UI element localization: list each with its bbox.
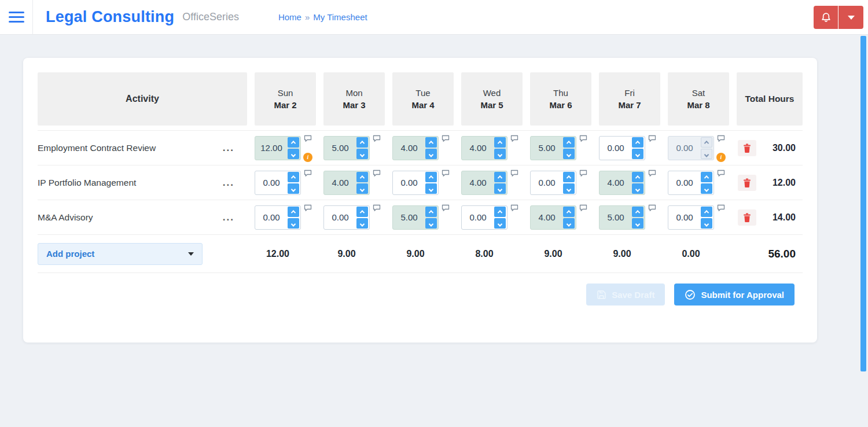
increment-button[interactable] bbox=[288, 172, 299, 182]
decrement-button[interactable] bbox=[425, 149, 437, 159]
increment-button[interactable] bbox=[425, 137, 437, 148]
hours-input[interactable]: 5.00 bbox=[323, 136, 370, 160]
hamburger-menu-button[interactable] bbox=[0, 0, 33, 35]
account-dropdown-button[interactable] bbox=[838, 6, 863, 29]
hours-input[interactable]: 5.00 bbox=[599, 205, 645, 230]
increment-button[interactable] bbox=[356, 172, 368, 182]
increment-button[interactable] bbox=[494, 137, 506, 148]
comment-icon[interactable] bbox=[304, 204, 312, 212]
comment-icon[interactable] bbox=[717, 135, 725, 142]
comment-icon[interactable] bbox=[648, 204, 656, 212]
hours-input[interactable]: 4.00 bbox=[461, 136, 507, 160]
hours-input[interactable]: 0.00 bbox=[668, 136, 714, 160]
increment-button[interactable] bbox=[494, 172, 506, 182]
delete-row-button[interactable] bbox=[738, 140, 756, 156]
delete-row-button[interactable] bbox=[738, 209, 756, 226]
increment-button[interactable] bbox=[701, 172, 712, 182]
comment-icon[interactable] bbox=[442, 135, 450, 142]
comment-icon[interactable] bbox=[304, 135, 312, 142]
row-menu-button[interactable]: ... bbox=[220, 178, 237, 188]
vertical-scrollbar[interactable] bbox=[860, 36, 866, 371]
notifications-button[interactable] bbox=[814, 6, 838, 29]
decrement-button[interactable] bbox=[563, 218, 575, 229]
comment-icon[interactable] bbox=[442, 204, 450, 212]
comment-icon[interactable] bbox=[373, 204, 381, 212]
breadcrumb-home-link[interactable]: Home bbox=[278, 12, 301, 22]
decrement-button[interactable] bbox=[632, 183, 643, 194]
decrement-button[interactable] bbox=[288, 149, 299, 159]
increment-button[interactable] bbox=[563, 137, 575, 148]
hours-input[interactable]: 4.00 bbox=[599, 171, 645, 195]
increment-button[interactable] bbox=[356, 207, 368, 217]
trash-icon bbox=[743, 143, 751, 153]
increment-button[interactable] bbox=[356, 137, 368, 148]
hours-input[interactable]: 0.00 bbox=[255, 171, 301, 195]
hours-input[interactable]: 0.00 bbox=[461, 205, 507, 230]
hours-input[interactable]: 0.00 bbox=[668, 171, 714, 195]
increment-button[interactable] bbox=[494, 207, 506, 217]
decrement-button[interactable] bbox=[563, 149, 575, 159]
comment-icon[interactable] bbox=[648, 170, 656, 177]
decrement-button[interactable] bbox=[632, 149, 643, 159]
decrement-button[interactable] bbox=[563, 183, 575, 194]
comment-icon[interactable] bbox=[510, 135, 518, 142]
hours-input[interactable]: 0.00 bbox=[599, 136, 645, 160]
decrement-button[interactable] bbox=[288, 218, 299, 229]
save-draft-button[interactable]: Save Draft bbox=[586, 284, 665, 305]
increment-button[interactable] bbox=[701, 207, 712, 217]
increment-button[interactable] bbox=[288, 137, 299, 148]
increment-button[interactable] bbox=[425, 207, 437, 217]
increment-button[interactable] bbox=[632, 137, 643, 148]
decrement-button[interactable] bbox=[494, 183, 506, 194]
comment-icon[interactable] bbox=[510, 170, 518, 177]
decrement-button[interactable] bbox=[356, 218, 368, 229]
decrement-button[interactable] bbox=[701, 149, 712, 159]
decrement-button[interactable] bbox=[701, 183, 712, 194]
spinner-buttons bbox=[494, 172, 506, 194]
submit-for-approval-button[interactable]: Submit for Approval bbox=[674, 284, 795, 305]
increment-button[interactable] bbox=[701, 137, 712, 148]
increment-button[interactable] bbox=[425, 172, 437, 182]
hours-input[interactable]: 5.00 bbox=[392, 205, 439, 230]
decrement-button[interactable] bbox=[632, 218, 643, 229]
increment-button[interactable] bbox=[563, 172, 575, 182]
hours-input[interactable]: 0.00 bbox=[392, 171, 439, 195]
row-menu-button[interactable]: ... bbox=[220, 212, 237, 223]
hours-input[interactable]: 0.00 bbox=[323, 205, 370, 230]
decrement-button[interactable] bbox=[356, 183, 368, 194]
comment-icon[interactable] bbox=[304, 170, 312, 177]
comment-icon[interactable] bbox=[579, 204, 587, 212]
row-menu-button[interactable]: ... bbox=[220, 143, 237, 153]
comment-icon[interactable] bbox=[442, 170, 450, 177]
comment-icon[interactable] bbox=[648, 135, 656, 142]
increment-button[interactable] bbox=[563, 207, 575, 217]
hours-input[interactable]: 0.00 bbox=[530, 171, 576, 195]
decrement-button[interactable] bbox=[425, 183, 437, 194]
comment-icon[interactable] bbox=[717, 170, 725, 177]
hours-input[interactable]: 0.00 bbox=[668, 205, 714, 230]
comment-icon[interactable] bbox=[579, 135, 587, 142]
hours-input[interactable]: 4.00 bbox=[461, 171, 507, 195]
increment-button[interactable] bbox=[632, 172, 643, 182]
decrement-button[interactable] bbox=[494, 149, 506, 159]
decrement-button[interactable] bbox=[494, 218, 506, 229]
comment-icon[interactable] bbox=[717, 204, 725, 212]
comment-icon[interactable] bbox=[579, 170, 587, 177]
increment-button[interactable] bbox=[288, 207, 299, 217]
increment-button[interactable] bbox=[632, 207, 643, 217]
hours-input[interactable]: 4.00 bbox=[392, 136, 439, 160]
comment-icon[interactable] bbox=[510, 204, 518, 212]
hours-input[interactable]: 4.00 bbox=[323, 171, 370, 195]
decrement-button[interactable] bbox=[701, 218, 712, 229]
delete-row-button[interactable] bbox=[738, 175, 756, 191]
decrement-button[interactable] bbox=[288, 183, 299, 194]
add-project-select[interactable]: Add project bbox=[38, 243, 203, 265]
comment-icon[interactable] bbox=[373, 135, 381, 142]
hours-input[interactable]: 12.00 bbox=[255, 136, 301, 160]
decrement-button[interactable] bbox=[356, 149, 368, 159]
comment-icon[interactable] bbox=[373, 170, 381, 177]
decrement-button[interactable] bbox=[425, 218, 437, 229]
hours-input[interactable]: 0.00 bbox=[255, 205, 301, 230]
hours-input[interactable]: 4.00 bbox=[530, 205, 576, 230]
hours-input[interactable]: 5.00 bbox=[530, 136, 576, 160]
